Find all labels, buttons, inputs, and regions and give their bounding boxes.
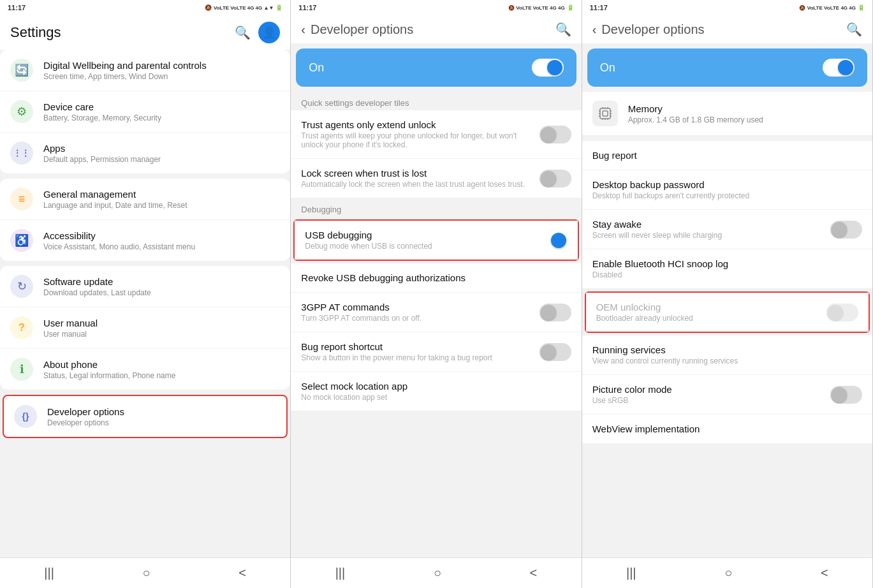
item-subtitle: Download updates, Last update [43, 288, 280, 297]
list-item[interactable]: ℹ About phone Status, Legal information,… [0, 349, 290, 390]
item-subtitle: Screen time, App timers, Wind Down [43, 72, 280, 81]
settings-group-1: 🔄 Digital Wellbeing and parental control… [0, 50, 290, 173]
item-subtitle: Debug mode when USB is connected [305, 242, 432, 251]
status-icons-2: 🔕 VoLTE VoLTE 4G 4G 🔋 [508, 4, 574, 11]
home-button[interactable]: ○ [143, 566, 150, 580]
oem-unlocking-toggle[interactable] [826, 304, 858, 321]
accessibility-icon: ♿ [10, 229, 33, 252]
list-item[interactable]: WebView implementation [582, 415, 872, 444]
list-item[interactable]: Picture color mode Use sRGB [582, 375, 872, 415]
bug-report-shortcut-toggle[interactable] [539, 343, 571, 361]
item-subtitle: Turn 3GPP AT commands on or off. [301, 314, 422, 323]
list-item[interactable]: Bug report [582, 141, 872, 170]
svg-rect-1 [603, 111, 608, 116]
dev-top-bar-3: ‹ Developer options 🔍 [582, 15, 872, 43]
item-title: Bug report shortcut [301, 341, 492, 352]
search-icon-3[interactable]: 🔍 [846, 22, 862, 37]
oem-unlocking-item[interactable]: OEM unlocking Bootloader already unlocke… [585, 291, 870, 333]
developer-toggle-2[interactable] [532, 59, 564, 77]
developer-options-item[interactable]: {} Developer options Developer options [3, 395, 288, 438]
usb-debugging-item[interactable]: USB debugging Debug mode when USB is con… [293, 219, 578, 261]
settings-top-bar: Settings 🔍 👤 [0, 15, 290, 50]
item-subtitle: Trust agents will keep your phone unlock… [301, 131, 539, 149]
item-subtitle: User manual [43, 330, 280, 339]
list-item[interactable]: ⚙ Device care Battery, Storage, Memory, … [0, 91, 290, 133]
back-button[interactable]: < [238, 566, 246, 580]
search-icon[interactable]: 🔍 [235, 25, 251, 40]
item-title: Developer options [47, 406, 276, 417]
menu-button[interactable]: ||| [44, 566, 54, 580]
item-subtitle: Use sRGB [592, 396, 672, 405]
bottom-nav-2: ||| ○ < [291, 557, 581, 588]
stay-awake-toggle[interactable] [830, 221, 862, 239]
memory-chip-icon [592, 101, 618, 126]
developer-toggle-3[interactable] [823, 59, 855, 77]
menu-button-2[interactable]: ||| [335, 566, 346, 580]
avatar[interactable]: 👤 [258, 22, 280, 43]
item-title: Apps [43, 143, 280, 154]
item-title: Accessibility [43, 230, 280, 241]
menu-button-3[interactable]: ||| [626, 566, 636, 580]
item-title: Revoke USB debugging authorizations [301, 272, 466, 283]
list-item[interactable]: ♿ Accessibility Voice Assistant, Mono au… [0, 220, 290, 261]
item-subtitle: Approx. 1.4 GB of 1.8 GB memory used [628, 115, 862, 124]
item-subtitle: Automatically lock the screen when the l… [301, 180, 525, 189]
panel-developer-options-2: 11:17 🔕 VoLTE VoLTE 4G 4G 🔋 ‹ Developer … [582, 0, 873, 588]
apps-icon: ⋮⋮ [10, 142, 33, 165]
item-title: Running services [592, 344, 738, 355]
back-button-2[interactable]: < [530, 566, 538, 580]
trust-agents-toggle[interactable] [539, 126, 571, 143]
home-button-2[interactable]: ○ [434, 566, 441, 580]
item-subtitle: Developer options [47, 418, 276, 427]
item-subtitle: Show a button in the power menu for taki… [301, 353, 492, 362]
item-subtitle: Default apps, Permission manager [43, 155, 280, 164]
item-title: Stay awake [592, 219, 722, 230]
3gpp-toggle[interactable] [539, 304, 571, 321]
list-item[interactable]: Lock screen when trust is lost Automatic… [291, 159, 581, 198]
list-item[interactable]: Revoke USB debugging authorizations [291, 263, 581, 293]
software-update-icon: ↻ [10, 275, 33, 298]
back-arrow-icon[interactable]: ‹ [301, 22, 305, 37]
item-title: Enable Bluetooth HCI snoop log [592, 258, 728, 269]
lock-screen-toggle[interactable] [539, 170, 571, 187]
on-toggle-banner-3[interactable]: On [587, 48, 867, 87]
list-item[interactable]: Select mock location app No mock locatio… [291, 372, 581, 411]
item-subtitle: Language and input, Date and time, Reset [43, 201, 280, 210]
list-item[interactable]: ? User manual User manual [0, 307, 290, 349]
list-item[interactable]: Stay awake Screen will never sleep while… [582, 210, 872, 249]
dev-options-title-3: Developer options [601, 22, 704, 37]
back-arrow-icon-3[interactable]: ‹ [592, 22, 597, 37]
item-subtitle: Battery, Storage, Memory, Security [43, 114, 280, 122]
list-item[interactable]: Bug report shortcut Show a button in the… [291, 332, 581, 372]
list-item[interactable]: 🔄 Digital Wellbeing and parental control… [0, 50, 290, 91]
list-item[interactable]: Desktop backup password Desktop full bac… [582, 170, 872, 210]
list-item[interactable]: 3GPP AT commands Turn 3GPP AT commands o… [291, 293, 581, 332]
item-title: Bug report [592, 150, 637, 161]
list-item[interactable]: Enable Bluetooth HCI snoop log Disabled [582, 249, 872, 289]
general-mgmt-icon: ≡ [10, 187, 33, 210]
list-item[interactable]: Trust agents only extend unlock Trust ag… [291, 110, 581, 159]
list-item[interactable]: ↻ Software update Download updates, Last… [0, 266, 290, 307]
item-subtitle: No mock location app set [301, 393, 407, 402]
bottom-nav-3: ||| ○ < [582, 557, 872, 588]
item-title: Select mock location app [301, 381, 407, 392]
on-label-2: On [309, 61, 324, 75]
item-title: Digital Wellbeing and parental controls [43, 60, 280, 71]
search-icon-2[interactable]: 🔍 [555, 22, 571, 37]
memory-item[interactable]: Memory Approx. 1.4 GB of 1.8 GB memory u… [582, 92, 872, 136]
running-services-item[interactable]: Running services View and control curren… [582, 335, 872, 375]
back-button-3[interactable]: < [821, 566, 828, 580]
usb-debugging-toggle[interactable] [536, 232, 568, 249]
quick-settings-label: Quick settings developer tiles [291, 92, 581, 110]
on-label-3: On [600, 61, 615, 75]
picture-color-toggle[interactable] [830, 386, 862, 404]
on-toggle-banner-2[interactable]: On [296, 48, 576, 87]
home-button-3[interactable]: ○ [724, 566, 732, 580]
list-item[interactable]: ⋮⋮ Apps Default apps, Permission manager [0, 133, 290, 173]
item-title: General management [43, 189, 280, 200]
item-subtitle: Disabled [592, 270, 728, 279]
item-title: USB debugging [305, 230, 432, 240]
list-item[interactable]: ≡ General management Language and input,… [0, 179, 290, 220]
dev-top-bar: ‹ Developer options 🔍 [291, 15, 581, 43]
item-title: WebView implementation [592, 423, 700, 434]
